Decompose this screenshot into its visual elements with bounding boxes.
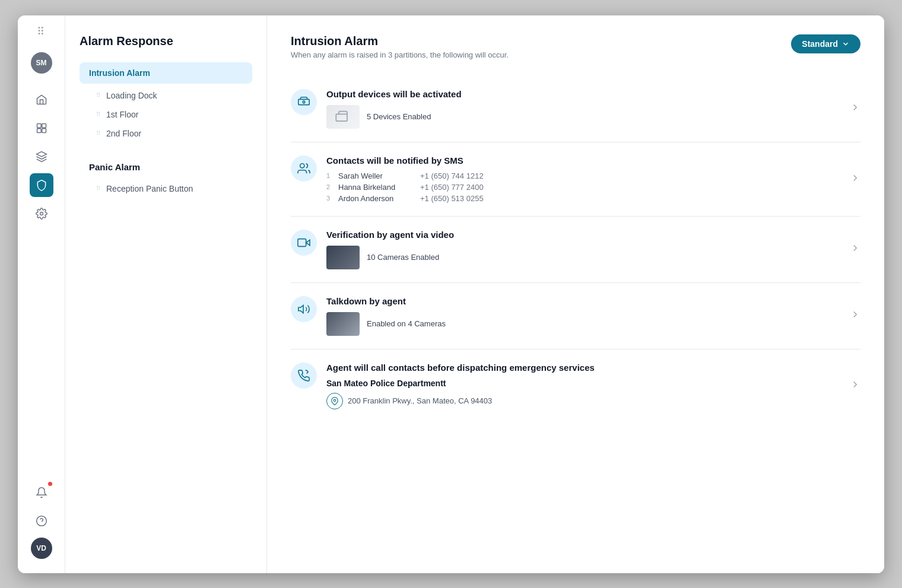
police-detail: San Mateo Police Departmentt 200 Frankli… bbox=[326, 379, 840, 409]
nav-sidebar: ⠿ SM bbox=[18, 15, 65, 573]
drag-icon: ⠿ bbox=[96, 185, 100, 192]
panel-title: Alarm Response bbox=[80, 34, 252, 48]
right-header: Intrusion Alarm When any alarm is raised… bbox=[291, 34, 860, 59]
drag-icon: ⠿ bbox=[96, 111, 100, 117]
sub-item-label: 2nd Floor bbox=[106, 129, 141, 138]
talkdown-detail-text: Enabled on 4 Cameras bbox=[367, 319, 446, 328]
sub-item-loading-dock[interactable]: ⠿ Loading Dock bbox=[80, 86, 252, 105]
video-chevron bbox=[850, 243, 860, 256]
zones-icon bbox=[36, 122, 47, 134]
talkdown-body: Talkdown by agent Enabled on 4 Cameras bbox=[326, 296, 840, 336]
sub-item-label: Reception Panic Button bbox=[106, 184, 193, 193]
notification-dot bbox=[48, 482, 52, 486]
talkdown-icon bbox=[297, 303, 310, 316]
sms-body: Contacts will be notified by SMS 1 Sarah… bbox=[326, 155, 840, 203]
panic-alarm-item[interactable]: Panic Alarm bbox=[80, 157, 252, 177]
response-item-video[interactable]: Verification by agent via video 10 Camer… bbox=[291, 217, 860, 283]
contact-phone: +1 (650) 777 2400 bbox=[420, 183, 484, 192]
response-list: Output devices will be activated 5 Devic… bbox=[291, 76, 860, 422]
police-addr: 200 Franklin Pkwy., San Mateo, CA 94403 bbox=[326, 393, 840, 409]
svg-rect-3 bbox=[42, 128, 46, 132]
svg-point-15 bbox=[334, 399, 336, 402]
home-icon bbox=[36, 94, 47, 106]
layers-icon bbox=[36, 151, 47, 163]
intrusion-alarm-item[interactable]: Intrusion Alarm bbox=[80, 62, 252, 84]
response-item-talkdown[interactable]: Talkdown by agent Enabled on 4 Cameras bbox=[291, 283, 860, 349]
video-icon-wrap bbox=[291, 230, 317, 256]
video-detail-text: 10 Cameras Enabled bbox=[367, 253, 439, 262]
contact-phone: +1 (650) 744 1212 bbox=[420, 171, 484, 180]
sub-item-reception-panic[interactable]: ⠿ Reception Panic Button bbox=[80, 179, 252, 198]
nav-layers-button[interactable] bbox=[30, 145, 53, 169]
output-title: Output devices will be activated bbox=[326, 89, 840, 99]
panic-alarm-subitems: ⠿ Reception Panic Button bbox=[80, 179, 252, 198]
talkdown-title: Talkdown by agent bbox=[326, 296, 840, 306]
settings-icon bbox=[36, 208, 47, 220]
location-badge bbox=[326, 393, 343, 409]
video-icon bbox=[297, 236, 310, 249]
svg-rect-8 bbox=[298, 99, 309, 104]
svg-marker-13 bbox=[298, 305, 303, 313]
output-icon bbox=[297, 96, 310, 109]
talkdown-icon-wrap bbox=[291, 296, 317, 322]
workspace-avatar[interactable]: SM bbox=[31, 52, 52, 74]
help-icon bbox=[36, 515, 47, 527]
output-chevron bbox=[850, 102, 860, 115]
left-panel: Alarm Response Intrusion Alarm ⠿ Loading… bbox=[65, 15, 267, 573]
output-detail-text: 5 Devices Enabled bbox=[367, 112, 431, 121]
nav-home-button[interactable] bbox=[30, 88, 53, 112]
standard-button[interactable]: Standard bbox=[791, 34, 860, 53]
app-grid-icon[interactable]: ⠿ bbox=[37, 25, 46, 38]
contact-num: 1 bbox=[326, 172, 334, 179]
drag-icon: ⠿ bbox=[96, 92, 100, 98]
contact-name: Sarah Weller bbox=[338, 171, 415, 180]
dispatch-body: Agent will call contacts before dispatch… bbox=[326, 363, 840, 409]
svg-point-11 bbox=[300, 163, 304, 167]
sms-title: Contacts will be notified by SMS bbox=[326, 155, 840, 166]
main-content: Alarm Response Intrusion Alarm ⠿ Loading… bbox=[65, 15, 884, 573]
response-item-sms[interactable]: Contacts will be notified by SMS 1 Sarah… bbox=[291, 142, 860, 217]
contact-row: 3 Ardon Anderson +1 (650) 513 0255 bbox=[326, 194, 840, 203]
svg-rect-1 bbox=[42, 123, 46, 128]
nav-shield-button[interactable] bbox=[30, 173, 53, 197]
response-item-dispatch[interactable]: Agent will call contacts before dispatch… bbox=[291, 349, 860, 422]
drag-icon: ⠿ bbox=[96, 130, 100, 136]
sms-icon bbox=[297, 162, 310, 175]
contact-phone: +1 (650) 513 0255 bbox=[420, 194, 484, 203]
devices-icon bbox=[335, 109, 351, 125]
bell-icon bbox=[36, 487, 47, 498]
panic-alarm-section: Panic Alarm ⠿ Reception Panic Button bbox=[80, 157, 252, 198]
shield-icon bbox=[36, 179, 47, 191]
sub-item-1st-floor[interactable]: ⠿ 1st Floor bbox=[80, 105, 252, 124]
nav-zones-button[interactable] bbox=[30, 116, 53, 140]
standard-btn-label: Standard bbox=[802, 39, 838, 49]
sub-item-2nd-floor[interactable]: ⠿ 2nd Floor bbox=[80, 124, 252, 143]
video-thumb bbox=[326, 246, 360, 269]
contact-num: 3 bbox=[326, 195, 334, 202]
nav-settings-button[interactable] bbox=[30, 202, 53, 225]
svg-rect-2 bbox=[37, 128, 41, 132]
sub-item-label: 1st Floor bbox=[106, 110, 138, 119]
svg-point-9 bbox=[303, 101, 305, 103]
contact-name: Ardon Anderson bbox=[338, 194, 415, 203]
nav-help-button[interactable] bbox=[30, 509, 53, 533]
svg-rect-10 bbox=[336, 114, 347, 121]
output-thumb bbox=[326, 105, 360, 129]
right-panel: Intrusion Alarm When any alarm is raised… bbox=[267, 15, 884, 573]
dispatch-chevron bbox=[850, 379, 860, 392]
contact-row: 2 Hanna Birkeland +1 (650) 777 2400 bbox=[326, 183, 840, 192]
contacts-list: 1 Sarah Weller +1 (650) 744 1212 2 Hanna… bbox=[326, 171, 840, 203]
intrusion-alarm-section: Intrusion Alarm ⠿ Loading Dock ⠿ 1st Flo… bbox=[80, 62, 252, 143]
nav-notifications-button[interactable] bbox=[30, 481, 53, 504]
svg-marker-4 bbox=[36, 151, 46, 156]
intrusion-alarm-subitems: ⠿ Loading Dock ⠿ 1st Floor ⠿ 2nd Floor bbox=[80, 86, 252, 143]
user-avatar[interactable]: VD bbox=[31, 538, 52, 559]
talkdown-thumb bbox=[326, 312, 360, 336]
sms-chevron bbox=[850, 173, 860, 186]
talkdown-detail: Enabled on 4 Cameras bbox=[326, 312, 840, 336]
contact-num: 2 bbox=[326, 183, 334, 190]
location-icon bbox=[331, 397, 339, 405]
dispatch-icon-wrap bbox=[291, 363, 317, 389]
response-item-output[interactable]: Output devices will be activated 5 Devic… bbox=[291, 76, 860, 142]
video-title: Verification by agent via video bbox=[326, 230, 840, 240]
